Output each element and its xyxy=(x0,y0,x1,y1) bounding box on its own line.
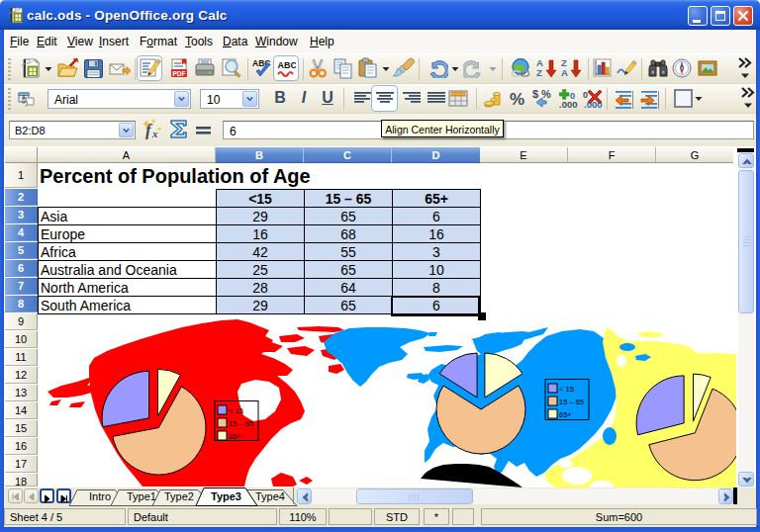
svg-text:%: % xyxy=(510,90,524,109)
svg-text:ABC: ABC xyxy=(278,60,297,70)
svg-text:< 15: < 15 xyxy=(559,385,574,394)
svg-text:Intro: Intro xyxy=(89,490,111,502)
svg-text:Type4: Type4 xyxy=(255,490,285,502)
svg-text:15 – 65: 15 – 65 xyxy=(229,419,253,428)
svg-text:65+: 65+ xyxy=(559,410,572,419)
svg-text:.000: .000 xyxy=(559,99,578,110)
svg-text:$: $ xyxy=(532,88,538,100)
svg-text:Z: Z xyxy=(536,67,542,78)
svg-text:Type1: Type1 xyxy=(127,490,156,502)
svg-text:65+: 65+ xyxy=(229,432,241,441)
svg-text:%: % xyxy=(541,88,551,100)
svg-text:15 – 65: 15 – 65 xyxy=(559,398,584,406)
svg-text:A: A xyxy=(561,67,568,78)
svg-text:PDF: PDF xyxy=(173,70,186,77)
svg-text:.000: .000 xyxy=(584,99,603,110)
svg-text:Type2: Type2 xyxy=(164,490,194,502)
svg-text:< 15: < 15 xyxy=(229,406,243,415)
svg-text:x: x xyxy=(151,128,158,139)
svg-text:Type3: Type3 xyxy=(211,490,241,502)
